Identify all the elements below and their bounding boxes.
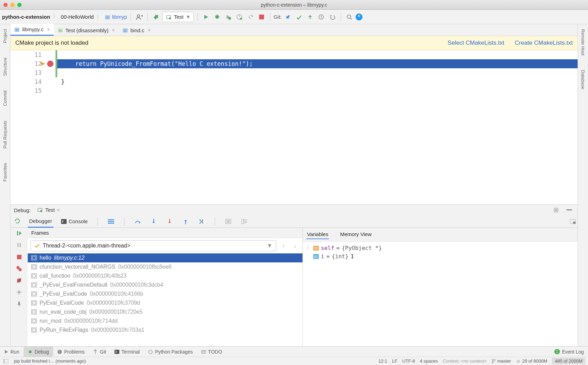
- resume-button[interactable]: [15, 229, 23, 237]
- mute-breakpoints-button[interactable]: [15, 276, 23, 285]
- editor-gutter[interactable]: 11 12 13 14 15: [10, 50, 56, 205]
- line-number[interactable]: 13: [10, 68, 56, 77]
- git-history-button[interactable]: [316, 12, 326, 22]
- git-branch[interactable]: master: [492, 358, 511, 364]
- sync-button[interactable]: [356, 14, 363, 20]
- gear-icon[interactable]: [551, 205, 561, 215]
- debug-settings-button[interactable]: [15, 288, 23, 296]
- close-tab-icon[interactable]: ×: [47, 27, 50, 32]
- terminal-tool-button[interactable]: Terminal: [110, 347, 144, 357]
- variables-tab[interactable]: Variables: [306, 230, 329, 239]
- stop-button[interactable]: [15, 253, 23, 261]
- close-tab-icon[interactable]: ×: [112, 27, 115, 33]
- expand-icon[interactable]: 〉: [306, 244, 311, 252]
- variable-list[interactable]: 〉 self = {PyObject *} 01 i = {int} 1: [303, 242, 578, 346]
- git-rollback-button[interactable]: [327, 12, 337, 22]
- structure-tool-button[interactable]: Structure: [2, 55, 8, 78]
- code-editor[interactable]: 11 12 13 14 15 return PyUnicode_FromForm…: [10, 50, 578, 205]
- step-over-button[interactable]: [133, 217, 143, 226]
- create-cmakelists-link[interactable]: Create CMakeLists.txt: [515, 40, 573, 46]
- profile-button[interactable]: [235, 12, 244, 22]
- line-number-breakpoint[interactable]: 12: [10, 59, 56, 68]
- tool-windows-icon[interactable]: [3, 358, 9, 364]
- minimize-window-button[interactable]: [10, 3, 15, 7]
- editor-tab[interactable]: c bind.c ×: [119, 25, 154, 36]
- memory-indicator-1[interactable]: 29 of 8000M: [516, 358, 547, 364]
- memory-indicator-2[interactable]: 485 of 2000M: [552, 358, 585, 364]
- stack-frame[interactable]: hello libmypy.c:12: [28, 253, 302, 262]
- breadcrumb[interactable]: python-c-extension 〉 00-HelloWorld 〉 c l…: [2, 14, 127, 20]
- add-user-icon[interactable]: ▾: [134, 12, 144, 22]
- variable-row[interactable]: 01 i = {int} 1: [306, 252, 574, 260]
- frame-list[interactable]: hello libmypy.c:12cfunction_vectorcall_N…: [28, 253, 302, 346]
- zoom-window-button[interactable]: [17, 3, 22, 7]
- pause-button[interactable]: [15, 241, 23, 249]
- memory-view-tab[interactable]: Memory View: [339, 230, 372, 239]
- background-task-status[interactable]: pip build finished i… (moments ago): [14, 358, 86, 364]
- git-update-button[interactable]: [283, 12, 293, 22]
- code-line-highlighted[interactable]: return PyUnicode_FromFormat("Hello C ext…: [56, 59, 578, 68]
- line-number[interactable]: 11: [10, 50, 56, 59]
- evaluate-expression-button[interactable]: [223, 217, 233, 226]
- step-into-button[interactable]: [149, 217, 159, 226]
- attach-button[interactable]: [246, 12, 255, 22]
- previous-frame-button[interactable]: ↑: [279, 241, 288, 250]
- problems-tool-button[interactable]: !Problems: [53, 347, 89, 357]
- line-number[interactable]: 15: [10, 86, 56, 95]
- breadcrumb-folder[interactable]: 00-HelloWorld: [61, 14, 94, 20]
- git-tool-button[interactable]: Git: [89, 347, 110, 357]
- build-button[interactable]: [151, 12, 161, 22]
- file-encoding[interactable]: UTF-8: [402, 358, 415, 364]
- debugger-tab[interactable]: Debugger: [28, 215, 53, 228]
- run-button[interactable]: [201, 12, 211, 22]
- close-icon[interactable]: ×: [57, 207, 60, 213]
- code-line[interactable]: [56, 86, 578, 95]
- line-separator[interactable]: LF: [392, 358, 397, 364]
- git-push-button[interactable]: [305, 12, 315, 22]
- line-number[interactable]: 14: [10, 77, 56, 86]
- stop-button[interactable]: [257, 12, 266, 22]
- project-tool-button[interactable]: Project: [2, 27, 8, 45]
- stack-frame[interactable]: _PyEval_EvalCode 0x000000010fc4166b: [28, 289, 302, 298]
- stack-frame[interactable]: _PyEval_EvalFrameDefault 0x000000010fc3d…: [28, 280, 302, 289]
- editor-tab[interactable]: c libmypy.c ×: [10, 24, 54, 36]
- remote-host-tool-button[interactable]: Remote Host: [580, 27, 586, 58]
- code-line[interactable]: [56, 50, 578, 59]
- debug-config-tab[interactable]: Test ×: [34, 205, 62, 215]
- stack-frame[interactable]: run_eval_code_obj 0x000000010fc720e5: [28, 307, 302, 316]
- close-tab-icon[interactable]: ×: [148, 27, 151, 33]
- rerun-button[interactable]: [13, 217, 22, 225]
- run-configuration-selector[interactable]: Test ▼: [162, 12, 194, 22]
- indent-setting[interactable]: 4 spaces: [420, 358, 438, 364]
- view-breakpoints-button[interactable]: [15, 264, 23, 273]
- next-frame-button[interactable]: ↓: [291, 241, 300, 250]
- context-status[interactable]: Context: <no context>: [443, 358, 487, 364]
- run-to-cursor-button[interactable]: [197, 217, 206, 226]
- code-line[interactable]: }: [56, 77, 578, 86]
- stack-frame[interactable]: PyEval_EvalCode 0x000000010fc3709d: [28, 298, 302, 307]
- threads-icon[interactable]: [106, 217, 116, 226]
- stack-frame[interactable]: PyRun_FileExFlags 0x000000010fc703a1: [28, 325, 302, 334]
- trace-button[interactable]: [239, 217, 249, 226]
- caret-position[interactable]: 12:1: [378, 358, 387, 364]
- database-tool-button[interactable]: Database: [580, 68, 586, 92]
- pin-tab-button[interactable]: [15, 300, 23, 308]
- close-window-button[interactable]: [3, 3, 8, 7]
- code-line[interactable]: [56, 68, 578, 77]
- commit-tool-button[interactable]: Commit: [2, 88, 8, 108]
- variable-row[interactable]: 〉 self = {PyObject *}: [306, 244, 574, 252]
- run-tool-button[interactable]: Run: [0, 347, 24, 357]
- coverage-button[interactable]: [223, 12, 233, 22]
- force-step-into-button[interactable]: [165, 217, 174, 226]
- step-out-button[interactable]: [181, 217, 190, 226]
- debug-button[interactable]: [212, 12, 222, 22]
- hide-tool-window-button[interactable]: [564, 205, 574, 215]
- thread-selector[interactable]: Thread-2-<com.apple.main-thread> ▼: [31, 240, 276, 251]
- layout-settings-button[interactable]: [568, 217, 578, 226]
- git-commit-button[interactable]: [294, 12, 304, 22]
- stack-frame[interactable]: run_mod 0x000000010fc714dd: [28, 316, 302, 325]
- favorites-tool-button[interactable]: Favorites: [2, 161, 8, 183]
- todo-tool-button[interactable]: TODO: [197, 347, 226, 357]
- stack-frame[interactable]: cfunction_vectorcall_NOARGS 0x000000010f…: [28, 262, 302, 271]
- pull-requests-tool-button[interactable]: Pull Requests: [2, 119, 8, 150]
